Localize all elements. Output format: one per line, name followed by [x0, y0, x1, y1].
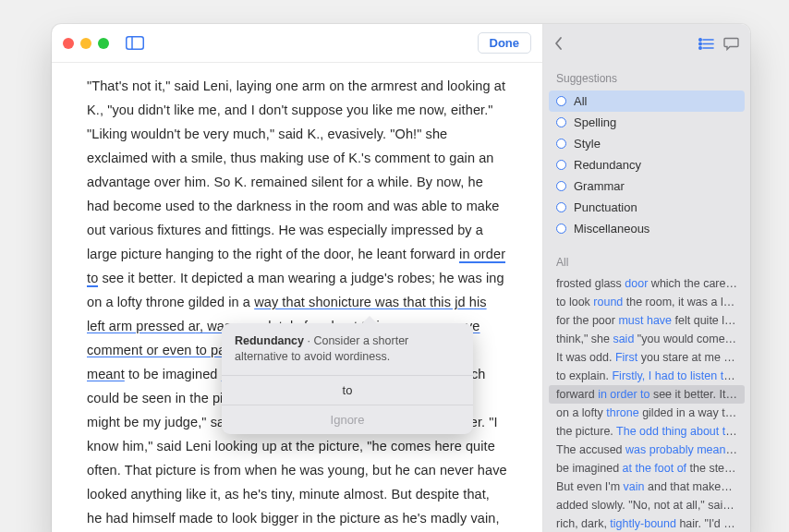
- radio-icon: [556, 224, 566, 234]
- suggestion-highlight: vain: [624, 480, 645, 493]
- suggestion-list[interactable]: frosted glass door which the carer...to …: [543, 274, 750, 532]
- suggestion-item[interactable]: for the poor must have felt quite los...: [549, 311, 745, 330]
- comments-icon[interactable]: [723, 37, 739, 51]
- suggestion-highlight: in order to: [598, 388, 649, 401]
- suggestion-highlight: door: [625, 277, 648, 290]
- svg-point-4: [699, 42, 701, 44]
- suggestion-item[interactable]: be imagined at the foot of the steps...: [549, 459, 745, 478]
- suggestion-popover: Redundancy · Consider a shorter alternat…: [222, 323, 473, 434]
- suggestion-highlight: throne: [606, 406, 638, 419]
- document-body[interactable]: "That's not it," said Leni, laying one a…: [52, 63, 542, 532]
- suggestion-highlight: must have: [618, 314, 672, 327]
- suggestion-item[interactable]: frosted glass door which the carer...: [549, 274, 745, 293]
- suggestion-highlight: tightly-bound: [610, 517, 676, 530]
- window-controls: [63, 38, 109, 49]
- radio-icon: [556, 139, 566, 149]
- suggestion-underline[interactable]: icture was that this j: [338, 295, 458, 309]
- suggestion-item[interactable]: But even I'm vain and that makes m...: [549, 478, 745, 496]
- suggestion-item[interactable]: think," she said "you would come o...: [549, 330, 745, 348]
- category-label: Grammar: [574, 177, 625, 195]
- suggestion-highlight: The odd thing about th...: [616, 425, 742, 438]
- suggestion-item[interactable]: on a lofty throne gilded in a way tha...: [549, 404, 745, 422]
- app-window: Done "That's not it," said Leni, laying …: [52, 24, 750, 532]
- category-list: AllSpellingStyleRedundancyGrammarPunctua…: [543, 91, 750, 247]
- svg-point-6: [699, 46, 701, 48]
- toggle-sidebar-icon[interactable]: [126, 36, 144, 50]
- panel-list-heading: All: [543, 247, 750, 274]
- toolbar: Done: [52, 24, 542, 63]
- done-button[interactable]: Done: [478, 32, 532, 54]
- suggestion-highlight: First: [615, 351, 637, 364]
- category-redundancy[interactable]: Redundancy: [549, 154, 745, 175]
- category-label: Miscellaneous: [574, 220, 649, 237]
- suggestion-highlight: at the foot of: [623, 462, 687, 475]
- radio-icon: [556, 96, 566, 106]
- category-punctuation[interactable]: Punctuation: [549, 197, 745, 218]
- category-spelling[interactable]: Spelling: [549, 112, 745, 133]
- suggestion-item[interactable]: to look round the room, it was a lar...: [549, 293, 745, 311]
- popover-apply-suggestion[interactable]: to: [222, 375, 473, 405]
- radio-icon: [556, 160, 566, 170]
- category-miscellaneous[interactable]: Miscellaneous: [549, 218, 745, 239]
- category-all[interactable]: All: [549, 91, 745, 112]
- close-window-button[interactable]: [63, 38, 74, 49]
- suggestion-item[interactable]: added slowly. "No, not at all," said...: [549, 496, 745, 514]
- suggestion-item[interactable]: forward in order to see it better. It d.…: [549, 385, 745, 404]
- main-pane: Done "That's not it," said Leni, laying …: [52, 24, 543, 532]
- svg-point-2: [699, 38, 701, 40]
- text-run: see it better. It depicted a man wearing…: [98, 271, 486, 285]
- suggestion-highlight: was probably meant: [625, 443, 737, 456]
- popover-category: Redundancy: [235, 334, 304, 347]
- suggestions-panel: Suggestions AllSpellingStyleRedundancyGr…: [543, 24, 750, 532]
- panel-section-heading: Suggestions: [543, 63, 750, 91]
- svg-rect-0: [127, 37, 144, 50]
- minimize-window-button[interactable]: [80, 38, 91, 49]
- category-label: Punctuation: [574, 199, 637, 216]
- suggestion-highlight: round: [593, 296, 623, 308]
- document-text: "That's not it," said Leni, laying one a…: [87, 74, 507, 532]
- suggestion-highlight: Firstly, I had to listen to...: [612, 369, 739, 382]
- suggestion-item[interactable]: the picture. The odd thing about th...: [549, 422, 745, 441]
- suggestion-item[interactable]: to explain. Firstly, I had to listen to.…: [549, 367, 745, 385]
- category-label: Spelling: [574, 114, 616, 131]
- popover-ignore-button[interactable]: Ignore: [222, 405, 473, 434]
- list-view-icon[interactable]: [698, 38, 714, 50]
- suggestion-item[interactable]: The accused was probably meant t...: [549, 441, 745, 459]
- radio-icon: [556, 202, 566, 212]
- popover-header: Redundancy · Consider a shorter alternat…: [222, 323, 473, 375]
- text-run: to be imagined: [125, 367, 222, 381]
- category-label: All: [574, 92, 587, 110]
- suggestion-highlight: said: [613, 332, 634, 345]
- zoom-window-button[interactable]: [98, 38, 109, 49]
- radio-icon: [556, 117, 566, 127]
- category-label: Redundancy: [574, 156, 641, 174]
- category-style[interactable]: Style: [549, 133, 745, 154]
- category-label: Style: [574, 135, 601, 152]
- panel-toolbar: [543, 24, 750, 63]
- suggestion-underline[interactable]: way that shon: [254, 295, 338, 309]
- radio-icon: [556, 181, 566, 191]
- text-run: "That's not it," said Leni, laying one a…: [87, 79, 505, 261]
- category-grammar[interactable]: Grammar: [549, 175, 745, 197]
- panel-back-icon[interactable]: [554, 36, 564, 51]
- suggestion-item[interactable]: It was odd. First you stare at me as...: [549, 348, 745, 367]
- suggestion-item[interactable]: rich, dark, tightly-bound hair. "I'd b..…: [549, 514, 745, 532]
